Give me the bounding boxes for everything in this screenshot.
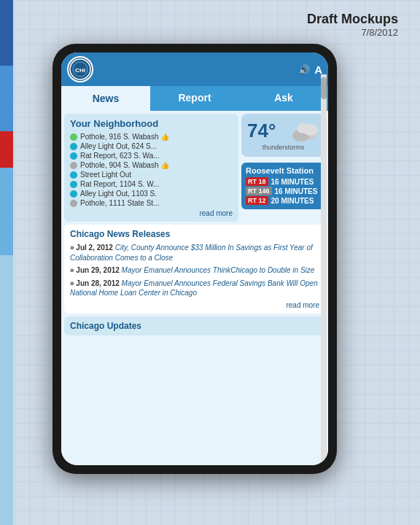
weather-widget: 74° thunderstorms	[241, 114, 325, 157]
draft-title: Draft Mockups 7/8/2012	[307, 12, 398, 38]
svg-point-6	[297, 123, 310, 133]
page-date: 7/8/2012	[307, 27, 398, 38]
list-item: Pothole, 1111 State St...	[70, 199, 233, 207]
news-releases-section: Chicago News Releases » Jul 2, 2012 City…	[64, 225, 325, 314]
tab-ask[interactable]: Ask	[239, 86, 328, 111]
list-item: Alley Light Out, 624 S...	[70, 142, 233, 150]
neighborhood-readmore[interactable]: read more	[70, 209, 233, 217]
weather-icon-area	[290, 120, 319, 141]
cloud-icon	[290, 120, 319, 141]
transit-station: Roosevelt Station	[246, 166, 321, 175]
item-text: Pothole, 1111 State St...	[80, 199, 159, 207]
news-link[interactable]: Mayor Emanuel Announces ThinkChicago to …	[122, 266, 315, 274]
top-bar: CHI 🔊 A	[61, 52, 328, 86]
item-text: Alley Light Out, 1103 S.	[80, 190, 157, 198]
neighborhood-title: Your Neighborhood	[70, 118, 233, 129]
page-title: Draft Mockups	[307, 12, 398, 27]
tab-report[interactable]: Report	[150, 86, 239, 111]
neighborhood-list: Your Neighborhood Pothole, 916 S. Wabash…	[64, 114, 238, 222]
scrollbar[interactable]	[321, 74, 327, 465]
list-item: Rat Report, 623 S. Wa...	[70, 152, 233, 160]
item-text: Street Light Out	[80, 171, 131, 179]
list-item: Street Light Out	[70, 171, 233, 179]
list-item: Alley Light Out, 1103 S.	[70, 190, 233, 198]
bar-blue-mid	[0, 66, 13, 131]
nav-tabs: News Report Ask	[61, 86, 328, 111]
weather-description: thunderstorms	[247, 144, 319, 151]
bar-red	[0, 131, 13, 168]
list-item: Pothole, 904 S. Wabash 👍	[70, 161, 233, 169]
status-dot	[70, 171, 77, 179]
bar-blue-light	[0, 168, 13, 255]
news-item: » Jun 29, 2012 Mayor Emanuel Announces T…	[70, 265, 319, 276]
weather-temperature: 74°	[247, 120, 276, 142]
item-text: Rat Report, 1104 S. W...	[80, 180, 159, 188]
main-content: Your Neighborhood Pothole, 916 S. Wabash…	[61, 111, 328, 465]
status-dot	[70, 181, 77, 188]
item-text: Pothole, 904 S. Wabash 👍	[80, 161, 169, 169]
news-releases-title: Chicago News Releases	[70, 229, 319, 239]
tablet-device: CHI 🔊 A News Report Ask Your Neighborhoo…	[52, 44, 337, 474]
route-badge: RT 12	[246, 196, 268, 205]
list-item: Rat Report, 1104 S. W...	[70, 180, 233, 188]
transit-widget: Roosevelt Station RT 18 16 MINUTES RT 14…	[241, 163, 325, 209]
route-badge: RT 146	[246, 187, 272, 195]
news-readmore[interactable]: read more	[70, 301, 319, 309]
status-dot	[70, 133, 77, 141]
transit-minutes: 16 MINUTES	[271, 178, 314, 186]
tab-news[interactable]: News	[61, 86, 150, 111]
status-dot	[70, 190, 77, 198]
status-dot	[70, 200, 77, 207]
tablet-screen: CHI 🔊 A News Report Ask Your Neighborhoo…	[61, 52, 328, 465]
route-badge: RT 18	[246, 177, 268, 186]
transit-minutes: 20 MINUTES	[271, 197, 314, 205]
list-item: Pothole, 916 S. Wabash 👍	[70, 133, 233, 141]
transit-row: RT 18 16 MINUTES	[246, 177, 321, 186]
transit-row: RT 12 20 MINUTES	[246, 196, 321, 205]
weather-top: 74°	[247, 120, 319, 142]
chicago-updates-section: Chicago Updates	[64, 316, 325, 335]
news-date: » Jun 29, 2012	[70, 266, 122, 274]
top-bar-icons: 🔊 A	[298, 63, 322, 76]
news-item: » Jun 28, 2012 Mayor Emanuel Announces F…	[70, 279, 319, 298]
item-text: Rat Report, 623 S. Wa...	[80, 152, 160, 160]
news-date: » Jul 2, 2012	[70, 244, 115, 252]
bar-blue-dark	[0, 0, 13, 66]
status-dot	[70, 143, 77, 150]
news-item: » Jul 2, 2012 City, County Announce $33 …	[70, 243, 319, 262]
speaker-icon[interactable]: 🔊	[298, 64, 310, 75]
item-text: Alley Light Out, 624 S...	[80, 142, 157, 150]
bar-blue-pale	[0, 255, 13, 525]
left-bars	[0, 0, 13, 525]
weather-transit-column: 74° thunderstorms	[241, 114, 325, 222]
status-dot	[70, 152, 77, 160]
font-icon[interactable]: A	[314, 63, 322, 76]
status-dot	[70, 162, 77, 169]
transit-minutes: 16 MINUTES	[275, 187, 318, 195]
scrollbar-thumb[interactable]	[321, 77, 327, 99]
neighborhood-section: Your Neighborhood Pothole, 916 S. Wabash…	[64, 114, 325, 222]
chicago-updates-title: Chicago Updates	[70, 321, 319, 331]
svg-text:CHI: CHI	[75, 67, 85, 74]
transit-row: RT 146 16 MINUTES	[246, 187, 321, 195]
city-logo: CHI	[67, 56, 93, 82]
item-text: Pothole, 916 S. Wabash 👍	[80, 133, 169, 141]
news-date: » Jun 28, 2012	[70, 279, 122, 287]
